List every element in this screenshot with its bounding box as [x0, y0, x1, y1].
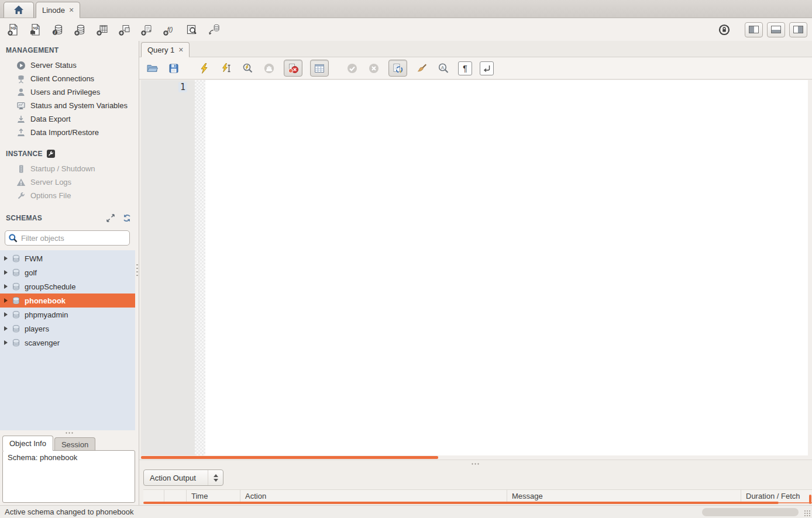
schema-icon [12, 268, 20, 277]
output-splitter[interactable] [139, 460, 812, 468]
column-duration-fetch[interactable]: Duration / Fetch [741, 490, 812, 502]
instance-config-icon[interactable] [47, 150, 55, 158]
schema-row-golf[interactable]: golf [0, 265, 135, 279]
expander-icon[interactable] [4, 270, 8, 275]
create-function-button[interactable]: f() [161, 22, 177, 37]
editor-vertical-scrollbar[interactable] [808, 80, 812, 455]
create-table-icon [96, 23, 109, 36]
schema-name: scavenger [25, 339, 60, 347]
execute-button[interactable] [197, 61, 211, 75]
expander-icon[interactable] [4, 340, 8, 345]
code-text-area[interactable] [205, 80, 808, 455]
connection-tab-label: Linode [42, 6, 65, 15]
close-tab-icon[interactable]: × [69, 6, 74, 14]
sidebar-splitter-handle[interactable] [136, 263, 138, 278]
output-horizontal-scrollbar[interactable] [143, 502, 779, 504]
sidebar-item-client-connections[interactable]: Client Connections [0, 72, 139, 85]
svg-text:SQL: SQL [33, 26, 39, 30]
database-sync-icon [207, 23, 220, 36]
save-script-button[interactable] [167, 61, 181, 75]
schema-name: FWM [25, 254, 43, 263]
create-schema-icon [74, 23, 87, 36]
sidebar-item-users-privileges[interactable]: Users and Privileges [0, 85, 139, 99]
schema-row-phpmyadmin[interactable]: phpmyadmin [0, 308, 135, 322]
schema-row-groupschedule[interactable]: groupSchedule [0, 279, 135, 293]
expander-icon[interactable] [4, 256, 8, 261]
output-vertical-scrollbar[interactable] [809, 495, 811, 504]
tab-session[interactable]: Session [54, 437, 95, 451]
database-info-button[interactable]: i [50, 22, 66, 37]
editor-horizontal-scrollbar[interactable] [141, 455, 812, 460]
column-action[interactable]: Action [240, 490, 507, 502]
selector-spinner[interactable] [208, 470, 223, 485]
column-message[interactable]: Message [507, 490, 741, 502]
sidebar-item-startup-shutdown[interactable]: Startup / Shutdown [0, 162, 139, 175]
output-selector[interactable]: Action Output [143, 469, 223, 486]
rollback-button[interactable] [367, 61, 381, 75]
column-status[interactable] [143, 490, 164, 502]
toggle-right-sidebar-button[interactable] [789, 22, 807, 37]
sidebar-item-system-variables[interactable]: Status and System Variables [0, 99, 139, 112]
sidebar-item-server-status[interactable]: Server Status [0, 58, 139, 72]
open-sql-script-button[interactable]: SQL [28, 22, 43, 37]
open-sql-file-button[interactable] [145, 61, 159, 75]
object-info-text: Schema: phonebook [8, 453, 77, 462]
expand-schemas-icon[interactable] [106, 213, 115, 223]
toggle-limit-rows-button[interactable] [310, 60, 329, 77]
sql-code-editor[interactable]: 1 [141, 80, 812, 460]
object-info-panel: Schema: phonebook [2, 450, 135, 503]
explain-plan-button[interactable] [240, 61, 254, 75]
query-tab[interactable]: Query 1 × [141, 42, 190, 57]
toggle-stop-on-error-button[interactable] [284, 60, 302, 77]
sidebar-item-data-import[interactable]: Data Import/Restore [0, 126, 139, 139]
expander-icon[interactable] [4, 298, 8, 303]
sidebar-bottom-splitter[interactable] [0, 430, 139, 436]
schema-row-phonebook[interactable]: phonebook [0, 293, 135, 308]
query-tab-bar: Query 1 × [139, 41, 812, 57]
tab-label: Session [61, 440, 88, 449]
create-schema-button[interactable] [73, 22, 88, 37]
toggle-left-sidebar-button[interactable] [745, 22, 763, 37]
search-data-button[interactable] [184, 22, 199, 37]
find-panel-button[interactable]: A [436, 61, 450, 75]
filter-objects-input[interactable] [5, 230, 130, 246]
toggle-autocommit-button[interactable] [388, 60, 407, 77]
expander-icon[interactable] [4, 326, 8, 331]
rollback-x-icon [368, 63, 380, 74]
toggle-wrap-button[interactable] [480, 61, 494, 75]
create-procedure-button[interactable] [139, 22, 154, 37]
toggle-output-area-button[interactable] [767, 22, 785, 37]
schema-row-players[interactable]: players [0, 322, 135, 336]
expander-icon[interactable] [4, 284, 8, 289]
close-query-tab-icon[interactable]: × [178, 46, 183, 54]
schema-row-scavenger[interactable]: scavenger [0, 336, 135, 350]
show-invisibles-button[interactable]: ¶ [458, 61, 472, 75]
beautify-query-button[interactable] [415, 61, 429, 75]
execute-current-icon [220, 63, 232, 74]
tab-object-info[interactable]: Object Info [2, 436, 53, 451]
connection-tab[interactable]: Linode × [36, 2, 80, 18]
database-sync-button[interactable] [206, 22, 221, 37]
commit-button[interactable] [345, 61, 359, 75]
execute-current-statement-button[interactable] [219, 61, 233, 75]
create-function-icon: f() [163, 23, 176, 36]
schema-icon [12, 339, 20, 347]
sidebar-item-label: Users and Privileges [30, 88, 100, 96]
notifications-button[interactable] [718, 24, 730, 36]
expander-icon[interactable] [4, 312, 8, 317]
resize-grip[interactable] [804, 510, 811, 517]
column-time[interactable]: Time [187, 490, 240, 502]
refresh-schemas-icon[interactable] [122, 213, 132, 223]
stop-execution-button[interactable] [262, 61, 276, 75]
column-index[interactable] [164, 490, 187, 502]
scrollbar-thumb[interactable] [141, 456, 438, 459]
create-table-button[interactable] [95, 22, 110, 37]
sidebar-item-server-logs[interactable]: Server Logs [0, 175, 139, 189]
home-tab[interactable] [4, 2, 34, 18]
sidebar-item-options-file[interactable]: Options File [0, 189, 139, 202]
statusbar-scrollbar-thumb[interactable] [702, 508, 799, 516]
create-view-button[interactable] [117, 22, 132, 37]
schema-row-fwm[interactable]: FWM [0, 251, 135, 265]
new-sql-tab-button[interactable]: SQL [6, 22, 21, 37]
sidebar-item-data-export[interactable]: Data Export [0, 112, 139, 126]
